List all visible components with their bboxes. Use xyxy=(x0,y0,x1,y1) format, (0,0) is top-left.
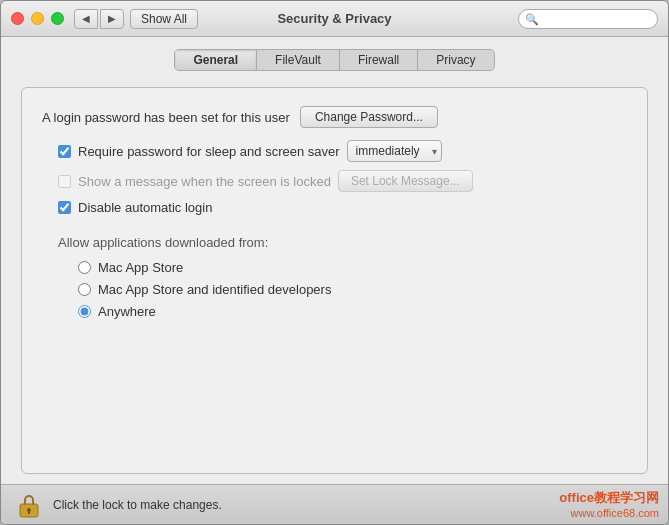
tab-privacy[interactable]: Privacy xyxy=(418,50,493,70)
titlebar: ◀ ▶ Show All Security & Privacy 🔍 xyxy=(1,1,668,37)
require-password-checkbox[interactable] xyxy=(58,145,71,158)
radio-mac-app-identified-label: Mac App Store and identified developers xyxy=(98,282,331,297)
traffic-lights xyxy=(11,12,64,25)
watermark: office教程学习网 www.office68.com xyxy=(559,489,659,519)
disable-autologin-row: Disable automatic login xyxy=(58,200,627,215)
login-password-row: A login password has been set for this u… xyxy=(42,106,627,128)
login-password-label: A login password has been set for this u… xyxy=(42,110,290,125)
downloads-section: Allow applications downloaded from: Mac … xyxy=(58,235,627,319)
content-area: General FileVault Firewall Privacy A log… xyxy=(1,37,668,484)
tab-bar: General FileVault Firewall Privacy xyxy=(21,49,648,71)
radio-anywhere-row: Anywhere xyxy=(78,304,627,319)
tab-filevault[interactable]: FileVault xyxy=(257,50,340,70)
search-input[interactable] xyxy=(518,9,658,29)
radio-mac-app-store-label: Mac App Store xyxy=(98,260,183,275)
show-message-row: Show a message when the screen is locked… xyxy=(58,170,627,192)
radio-mac-app-store-row: Mac App Store xyxy=(78,260,627,275)
tab-group: General FileVault Firewall Privacy xyxy=(174,49,494,71)
back-icon: ◀ xyxy=(82,13,90,24)
forward-icon: ▶ xyxy=(108,13,116,24)
back-button[interactable]: ◀ xyxy=(74,9,98,29)
change-password-button[interactable]: Change Password... xyxy=(300,106,438,128)
radio-anywhere[interactable] xyxy=(78,305,91,318)
radio-options: Mac App Store Mac App Store and identifi… xyxy=(78,260,627,319)
disable-autologin-checkbox[interactable] xyxy=(58,201,71,214)
disable-autologin-label: Disable automatic login xyxy=(78,200,212,215)
lock-text: Click the lock to make changes. xyxy=(53,498,222,512)
require-password-row: Require password for sleep and screen sa… xyxy=(58,140,627,162)
radio-anywhere-label: Anywhere xyxy=(98,304,156,319)
options-area: Require password for sleep and screen sa… xyxy=(58,140,627,215)
set-lock-message-button[interactable]: Set Lock Message... xyxy=(338,170,473,192)
downloads-label: Allow applications downloaded from: xyxy=(58,235,627,250)
show-message-label: Show a message when the screen is locked xyxy=(78,174,331,189)
radio-mac-app-store[interactable] xyxy=(78,261,91,274)
lock-icon[interactable] xyxy=(15,491,43,519)
search-icon: 🔍 xyxy=(525,12,539,25)
show-message-checkbox[interactable] xyxy=(58,175,71,188)
svg-rect-2 xyxy=(28,511,30,514)
search-box: 🔍 xyxy=(518,9,658,29)
maximize-button[interactable] xyxy=(51,12,64,25)
password-timing-dropdown-wrapper: immediately 5 seconds 1 minute 5 minutes… xyxy=(347,140,442,162)
general-panel: A login password has been set for this u… xyxy=(21,87,648,474)
show-all-button[interactable]: Show All xyxy=(130,9,198,29)
watermark-line1: office教程学习网 xyxy=(559,489,659,507)
nav-buttons: ◀ ▶ xyxy=(74,9,124,29)
window-title: Security & Privacy xyxy=(277,11,391,26)
radio-mac-app-identified[interactable] xyxy=(78,283,91,296)
password-timing-dropdown[interactable]: immediately 5 seconds 1 minute 5 minutes… xyxy=(347,140,442,162)
radio-mac-app-identified-row: Mac App Store and identified developers xyxy=(78,282,627,297)
tab-general[interactable]: General xyxy=(175,50,257,70)
require-password-label: Require password for sleep and screen sa… xyxy=(78,144,340,159)
minimize-button[interactable] xyxy=(31,12,44,25)
watermark-line2: www.office68.com xyxy=(559,507,659,519)
tab-firewall[interactable]: Firewall xyxy=(340,50,418,70)
close-button[interactable] xyxy=(11,12,24,25)
forward-button[interactable]: ▶ xyxy=(100,9,124,29)
